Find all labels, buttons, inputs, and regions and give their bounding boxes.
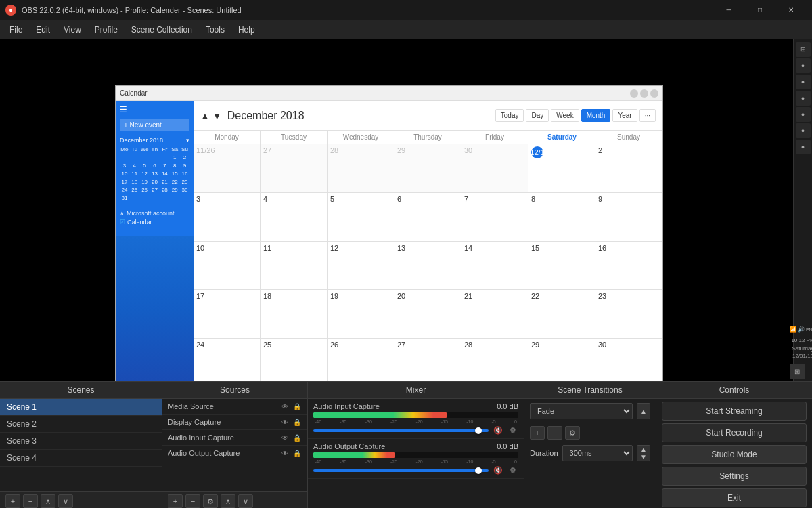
scene-item-4[interactable]: Scene 4: [0, 450, 162, 467]
transition-remove-button[interactable]: −: [547, 426, 562, 440]
taskbar-icon-3[interactable]: ●: [796, 75, 811, 89]
cal-cell-23[interactable]: 23: [595, 290, 662, 339]
studio-mode-button[interactable]: Studio Mode: [662, 445, 807, 464]
cal-cell-15[interactable]: 15: [528, 242, 595, 291]
source-audio-input[interactable]: Audio Input Capture 👁 🔒: [162, 430, 307, 446]
menu-help[interactable]: Help: [231, 22, 262, 37]
cal-cell-04[interactable]: 4: [261, 193, 328, 242]
calendar-checkbox-row[interactable]: ☑ Calendar: [120, 219, 189, 226]
day-button[interactable]: Day: [526, 109, 549, 122]
source-add-button[interactable]: +: [168, 494, 183, 508]
cal-cell-12[interactable]: 12: [328, 242, 394, 291]
scene-move-down-button[interactable]: ∨: [58, 494, 73, 508]
cal-minimize-btn[interactable]: [630, 89, 638, 98]
cal-cell-08[interactable]: 8: [528, 193, 595, 242]
duration-arrow-btn[interactable]: ▲▼: [637, 445, 650, 461]
cal-maximize-btn[interactable]: [640, 89, 648, 98]
transition-up-btn[interactable]: ▲: [637, 403, 650, 419]
cal-cell-1129[interactable]: 29: [394, 144, 461, 193]
source-move-down-button[interactable]: ∨: [238, 494, 253, 508]
today-button[interactable]: Today: [495, 109, 524, 122]
month-button[interactable]: Month: [581, 109, 611, 122]
cal-cell-14[interactable]: 14: [461, 242, 528, 291]
nav-down-arrow[interactable]: ▼: [212, 110, 222, 121]
mixer-input-settings[interactable]: ⚙: [508, 426, 518, 435]
duration-select[interactable]: 300ms 500ms 1000ms: [562, 445, 633, 461]
cal-cell-13[interactable]: 13: [394, 242, 461, 291]
cal-cell-10[interactable]: 10: [194, 242, 261, 291]
cal-cell-25[interactable]: 25: [261, 339, 328, 381]
mixer-output-slider[interactable]: [313, 469, 489, 472]
cal-cell-24[interactable]: 24: [194, 339, 261, 381]
cal-cell-17[interactable]: 17: [194, 290, 261, 339]
taskbar-icon-2[interactable]: ●: [796, 58, 811, 73]
taskbar-icon-5[interactable]: ●: [796, 107, 811, 122]
source-display-eye-icon[interactable]: 👁: [280, 419, 290, 426]
mini-cal-nav[interactable]: ▾: [186, 137, 189, 144]
hamburger-icon[interactable]: ☰: [120, 105, 189, 114]
cal-cell-27[interactable]: 27: [394, 339, 461, 381]
mixer-output-settings[interactable]: ⚙: [508, 466, 518, 475]
source-remove-button[interactable]: −: [185, 494, 200, 508]
mixer-input-slider[interactable]: [313, 429, 489, 432]
menu-scene-collection[interactable]: Scene Collection: [125, 22, 199, 37]
source-audio-lock-icon[interactable]: 🔒: [292, 434, 302, 442]
start-streaming-button[interactable]: Start Streaming: [662, 402, 807, 421]
menu-profile[interactable]: Profile: [88, 22, 125, 37]
taskbar-icon-7[interactable]: ●: [796, 140, 811, 154]
new-event-button[interactable]: + New event: [120, 119, 189, 131]
scene-item-1[interactable]: Scene 1: [0, 399, 162, 416]
source-output-eye-icon[interactable]: 👁: [280, 450, 290, 457]
settings-button[interactable]: Settings: [662, 467, 807, 486]
cal-cell-28[interactable]: 28: [461, 339, 528, 381]
taskbar-icon-6[interactable]: ●: [796, 123, 811, 138]
source-audio-output[interactable]: Audio Output Capture 👁 🔒: [162, 446, 307, 461]
cal-cell-20[interactable]: 20: [394, 290, 461, 339]
menu-tools[interactable]: Tools: [199, 22, 231, 37]
cal-cell-05[interactable]: 5: [328, 193, 394, 242]
cal-cell-09[interactable]: 9: [595, 193, 662, 242]
cal-cell-26[interactable]: 26: [328, 339, 394, 381]
cal-close-btn[interactable]: [650, 89, 658, 98]
minimize-button[interactable]: ─: [713, 0, 744, 20]
year-button[interactable]: Year: [612, 109, 637, 122]
cal-cell-1202[interactable]: 2: [595, 144, 662, 193]
close-button[interactable]: ✕: [775, 0, 807, 20]
show-desktop-button[interactable]: ⊞: [790, 364, 805, 379]
cal-cell-18[interactable]: 18: [261, 290, 328, 339]
cal-cell-22[interactable]: 22: [528, 290, 595, 339]
source-media[interactable]: Media Source 👁 🔒: [162, 399, 307, 415]
scene-move-up-button[interactable]: ∧: [41, 494, 55, 508]
source-display-lock-icon[interactable]: 🔒: [292, 419, 302, 426]
week-button[interactable]: Week: [551, 109, 579, 122]
cal-cell-29[interactable]: 29: [528, 339, 595, 381]
cal-cell-06[interactable]: 6: [394, 193, 461, 242]
menu-view[interactable]: View: [57, 22, 88, 37]
nav-up-arrow[interactable]: ▲: [200, 110, 210, 121]
taskbar-icon-1[interactable]: ⊞: [796, 42, 811, 57]
maximize-button[interactable]: □: [744, 0, 775, 20]
scene-item-2[interactable]: Scene 2: [0, 416, 162, 433]
start-recording-button[interactable]: Start Recording: [662, 423, 807, 442]
cal-cell-1126[interactable]: 11/26: [194, 144, 261, 193]
mixer-output-mute[interactable]: 🔇: [493, 466, 503, 475]
cal-cell-03[interactable]: 3: [194, 193, 261, 242]
cal-cell-1130[interactable]: 30: [461, 144, 528, 193]
source-settings-button[interactable]: ⚙: [203, 494, 218, 508]
cal-cell-1127[interactable]: 27: [261, 144, 328, 193]
scene-remove-button[interactable]: −: [23, 494, 38, 508]
exit-button[interactable]: Exit: [662, 488, 807, 507]
source-lock-icon[interactable]: 🔒: [292, 403, 302, 410]
source-eye-icon[interactable]: 👁: [280, 403, 290, 410]
source-display-capture[interactable]: Display Capture 👁 🔒: [162, 415, 307, 430]
cal-cell-1201[interactable]: 12/1: [528, 144, 595, 193]
cal-cell-16[interactable]: 16: [595, 242, 662, 291]
mixer-input-mute[interactable]: 🔇: [493, 426, 503, 435]
cal-cell-30[interactable]: 30: [595, 339, 662, 381]
source-audio-eye-icon[interactable]: 👁: [280, 434, 290, 442]
cal-cell-1128[interactable]: 28: [328, 144, 394, 193]
more-button[interactable]: ···: [639, 109, 656, 122]
menu-file[interactable]: File: [3, 22, 29, 37]
cal-cell-19[interactable]: 19: [328, 290, 394, 339]
transition-settings-button[interactable]: ⚙: [565, 426, 580, 440]
